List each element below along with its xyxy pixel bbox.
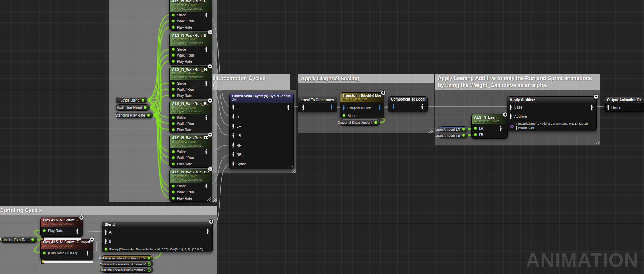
pin-result[interactable]: Result [607, 105, 621, 110]
component-pose-in-pin[interactable] [392, 104, 395, 110]
float-pin-icon [172, 184, 175, 188]
pin-f[interactable]: F [232, 105, 239, 110]
node-play-als-n-sprint-f-impulse[interactable]: Play ALS_N_Sprint_F_Impulse Sync group L… [40, 239, 93, 260]
var-standing-play-rate-2[interactable]: Standing Play Rate [1, 237, 37, 243]
var-walk-run-blend[interactable]: Walk Run Blend [116, 104, 150, 111]
pin-walk-run[interactable]: Walk / Run [172, 121, 194, 126]
node-als-n-walkrun-fl[interactable]: ALS_N_WalkRun_FL Blendspace Player Sync … [169, 66, 212, 99]
pin-lr[interactable]: LR [474, 126, 484, 131]
float-pin-icon [172, 47, 175, 51]
comment-sprint-header[interactable]: Sprinting Cycles [0, 206, 217, 215]
component-pose-out-pin[interactable] [378, 105, 381, 111]
node-als-n-lean[interactable]: ALS_N_Lean Blendspace Player LR FB [471, 114, 508, 139]
pin-play-rate[interactable]: Play Rate [172, 25, 192, 30]
comment-leaning-header[interactable]: Apply Leaning Additive to only the Run a… [435, 74, 600, 90]
anim-graph-canvas[interactable]: Blend all Locomotion Cycles together App… [0, 0, 644, 274]
pin-stride[interactable]: Stride [172, 184, 186, 188]
node-component-to-local[interactable]: Component To Local [388, 96, 428, 112]
node-title: Local To Component [301, 98, 334, 102]
pose-in-pin[interactable] [302, 104, 305, 110]
pose-out-pin[interactable] [205, 81, 208, 86]
node-title: Blend [105, 222, 210, 227]
playback-marker[interactable] [41, 260, 44, 264]
node-als-n-walkrun-f[interactable]: ALS_N_WalkRun_F Blendspace Player Sync g… [169, 0, 212, 31]
pin-lb[interactable]: LB [232, 133, 241, 138]
pose-out-pin[interactable] [499, 126, 502, 132]
pin-play-rate-formula[interactable]: (Play Rate / 0.833) [43, 251, 77, 256]
node-title: Play ALS_N_Sprint_F [43, 218, 80, 222]
pin-play-rate[interactable]: Play Rate [172, 162, 192, 166]
pose-out-pin[interactable] [205, 12, 208, 18]
var-relative-acceleration-z[interactable]: Relative Acceleration Amount Z [102, 267, 153, 273]
node-blend[interactable]: Blend A B FInterp(Clamp(Map Range(Alpha,… [102, 222, 213, 252]
pin-stride[interactable]: Stride [172, 81, 186, 86]
alpha-pin[interactable] [510, 125, 514, 128]
float-pin-icon [31, 238, 35, 242]
pin-stride[interactable]: Stride [172, 115, 186, 120]
float-pin-icon [172, 128, 175, 132]
pose-out-pin[interactable] [86, 251, 89, 256]
pin-rb[interactable]: RB [232, 152, 242, 157]
pin-fb[interactable]: FB [474, 132, 484, 137]
node-local-to-component[interactable]: Local To Component [298, 97, 337, 112]
float-pin-icon [474, 133, 477, 136]
pin-alpha-formula[interactable]: FInterp(Clamp(Map Range(Alpha, in(0: 0.2… [104, 247, 203, 252]
pin-walk-run[interactable]: Walk / Run [172, 18, 194, 23]
comment-diagonal-header[interactable]: Apply Diagonal Scaling [298, 74, 434, 83]
pose-out-pin[interactable] [205, 46, 208, 52]
pin-lf[interactable]: LF [232, 124, 241, 129]
node-output-animation-pose[interactable]: Output Animation Pose Result [604, 97, 644, 112]
node-als-n-walkrun-b[interactable]: ALS_N_WalkRun_B Blendspace Player Sync g… [169, 32, 212, 65]
var-relative-acceleration-y[interactable]: Relative Acceleration Amount Y [102, 261, 153, 267]
pose-in-pin [232, 105, 235, 110]
pin-play-rate[interactable]: Play Rate [172, 59, 192, 64]
node-transform-modify-bone[interactable]: Transform (Modify) Bone Bone: ik_foot_ro… [340, 92, 384, 118]
node-linked-anim-layer[interactable]: Linked Anim Layer: (N) CycleBlending Sel… [229, 93, 294, 169]
pin-base[interactable]: Base [509, 105, 522, 110]
pin-sprint[interactable]: Sprint [232, 162, 246, 166]
pin-stride[interactable]: Stride [172, 149, 186, 154]
var-lean-amount-fb[interactable]: Lean Amount FB [439, 133, 468, 138]
pin-walk-run[interactable]: Walk / Run [172, 53, 194, 58]
pose-out-pin[interactable] [287, 105, 290, 110]
node-als-n-walkrun-fr[interactable]: ALS_N_WalkRun_FR Blendspace Player Sync … [169, 135, 212, 168]
pin-stride[interactable]: Stride [172, 13, 186, 17]
playback-marker[interactable] [41, 237, 44, 241]
pin-b[interactable]: B [232, 114, 239, 119]
pin-walk-run[interactable]: Walk / Run [172, 155, 194, 160]
pin-play-rate[interactable]: Play Rate [172, 93, 192, 98]
var-relative-acceleration-x[interactable]: Relative Acceleration Amount X [102, 255, 153, 261]
pin-b[interactable]: B [104, 239, 112, 244]
var-stride-blend[interactable]: Stride Blend [116, 97, 147, 103]
pin-alpha[interactable]: Alpha [342, 113, 357, 118]
pose-out-pin[interactable] [206, 228, 209, 234]
pin-play-rate[interactable]: Play Rate [172, 196, 192, 201]
pin-a[interactable]: A [104, 230, 112, 235]
pin-play-rate[interactable]: Play Rate [172, 127, 192, 132]
component-pose-out-pin[interactable] [330, 104, 333, 110]
pose-out-pin[interactable] [205, 149, 208, 155]
pin-walk-run[interactable]: Walk / Run [172, 190, 194, 194]
pose-out-pin[interactable] [76, 228, 79, 234]
pin-walk-run[interactable]: Walk / Run [172, 87, 194, 92]
pose-in-pin [232, 114, 235, 120]
pin-additive[interactable]: Additive [509, 114, 527, 119]
pin-rf[interactable]: RF [232, 143, 241, 148]
pose-out-pin[interactable] [205, 115, 208, 120]
pin-stride[interactable]: Stride [172, 47, 186, 52]
pose-out-pin[interactable] [205, 183, 208, 189]
var-diagonal-scale-amount[interactable]: Diagonal Scale Amount [340, 119, 380, 126]
pose-out-pin[interactable] [590, 104, 593, 110]
node-apply-additive[interactable]: Apply Additive Base Additive FInterp(Cla… [507, 96, 597, 131]
node-als-n-walkrun-bl[interactable]: ALS_N_WalkRun_BL Blendspace Player Sync … [169, 101, 212, 133]
fast-path-icon [380, 90, 386, 96]
pin-component-pose[interactable]: Component Pose [342, 105, 372, 110]
var-standing-play-rate[interactable]: Standing Play Rate [116, 112, 153, 118]
curve-name-field[interactable]: Weight_Gait [516, 126, 535, 130]
node-als-n-walkrun-br[interactable]: ALS_N_WalkRun_BR Blendspace Player Sync … [169, 169, 212, 202]
pose-out-pin[interactable] [421, 104, 424, 110]
var-lean-amount-lr[interactable]: Lean Amount LR [439, 126, 468, 132]
node-play-als-n-sprint-f[interactable]: Play ALS_N_Sprint_F Sync group Locomotio… [40, 217, 83, 237]
node-subtitle: Blendspace Player [172, 37, 209, 41]
pin-play-rate[interactable]: Play Rate [43, 228, 63, 233]
